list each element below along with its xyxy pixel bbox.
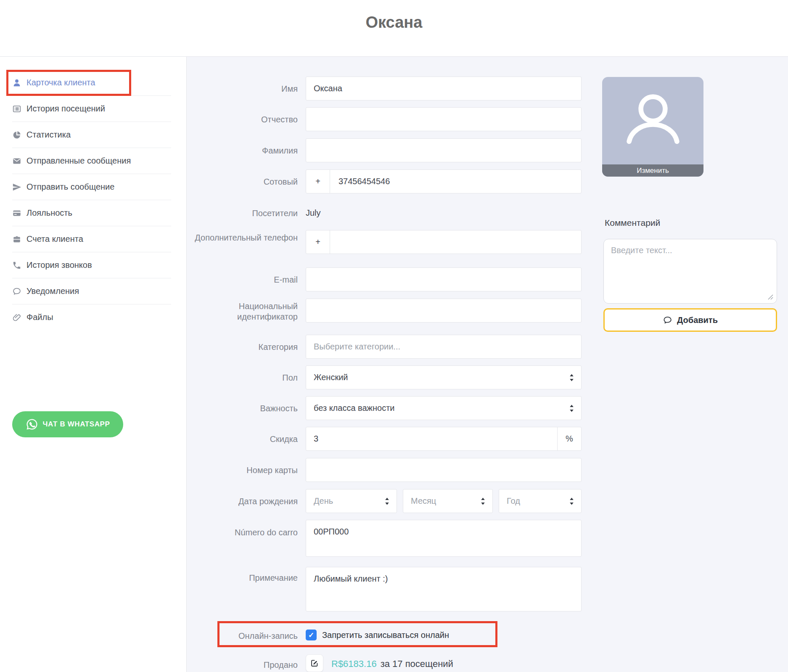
sold-amount-link[interactable]: R$6183.16 bbox=[331, 659, 377, 669]
user-icon bbox=[12, 78, 21, 87]
edit-sold-button[interactable] bbox=[306, 654, 323, 672]
online-booking-label: Онлайн-запись bbox=[186, 631, 298, 641]
select-arrows-icon bbox=[569, 403, 574, 413]
note-textarea[interactable]: Любимый клиент :) bbox=[306, 567, 582, 611]
person-silhouette-icon bbox=[618, 86, 688, 156]
mobile-label: Сотовый bbox=[186, 177, 298, 187]
page-header: Оксана bbox=[0, 0, 788, 57]
name-label: Имя bbox=[186, 84, 298, 94]
sidebar-item-label: История посещений bbox=[26, 104, 105, 114]
sidebar-nav: Карточка клиента История посещений Стати… bbox=[0, 70, 186, 330]
email-label: E-mail bbox=[186, 275, 298, 285]
chat-bubble-icon bbox=[12, 287, 21, 296]
birth-day-select[interactable]: День bbox=[306, 489, 397, 513]
client-card-page: Оксана Карточка клиента История посещени… bbox=[0, 0, 788, 672]
category-input[interactable] bbox=[306, 335, 582, 359]
pencil-square-icon bbox=[310, 659, 319, 668]
visitors-value: July bbox=[306, 208, 321, 218]
sidebar-item-files[interactable]: Файлы bbox=[12, 304, 171, 330]
sold-value: R$6183.16 за 17 посещений bbox=[331, 659, 453, 669]
briefcase-icon bbox=[12, 235, 21, 244]
select-arrows-icon bbox=[569, 373, 574, 383]
sidebar-item-label: Лояльность bbox=[26, 208, 72, 218]
visitors-label: Посетители bbox=[186, 208, 298, 219]
comment-label: Комментарий bbox=[605, 218, 660, 228]
list-icon bbox=[12, 104, 21, 114]
sold-label: Продано bbox=[186, 660, 298, 670]
sidebar-item-label: Карточка клиента bbox=[26, 78, 95, 87]
last-name-label: Фамилия bbox=[186, 146, 298, 156]
card-number-label: Номер карты bbox=[186, 465, 298, 476]
phone-icon bbox=[12, 261, 21, 270]
sidebar-item-client-accounts[interactable]: Счета клиента bbox=[12, 226, 171, 252]
sidebar-item-label: Уведомления bbox=[26, 286, 79, 296]
card-number-input[interactable] bbox=[306, 458, 582, 482]
envelope-icon bbox=[12, 156, 21, 166]
sold-visits-text: за 17 посещений bbox=[381, 659, 453, 669]
birth-year-value: Год bbox=[507, 496, 520, 506]
change-photo-button[interactable]: Изменить bbox=[602, 164, 703, 177]
sidebar-item-call-history[interactable]: История звонков bbox=[12, 252, 171, 278]
whatsapp-chat-label: ЧАТ В WHATSAPP bbox=[43, 420, 110, 429]
birth-month-select[interactable]: Месяц bbox=[403, 489, 493, 513]
whatsapp-chat-button[interactable]: ЧАТ В WHATSAPP bbox=[12, 411, 123, 437]
middle-name-input[interactable] bbox=[306, 107, 582, 131]
car-number-label: Número do carro bbox=[186, 527, 298, 538]
comment-textarea[interactable] bbox=[603, 239, 777, 304]
online-booking-checkbox-label: Запретить записываться онлайн bbox=[322, 630, 449, 640]
national-id-label: Национальный идентификатор bbox=[186, 301, 298, 322]
discount-control: % bbox=[306, 427, 582, 451]
sidebar-item-statistics[interactable]: Статистика bbox=[12, 122, 171, 148]
sidebar-item-visit-history[interactable]: История посещений bbox=[12, 96, 171, 122]
extra-phone-label: Дополнительный телефон bbox=[186, 233, 298, 243]
last-name-input[interactable] bbox=[306, 138, 582, 162]
add-comment-button[interactable]: Добавить bbox=[603, 308, 777, 332]
importance-select[interactable]: без класса важности bbox=[306, 396, 582, 420]
sidebar-item-send-message[interactable]: Отправить сообщение bbox=[12, 174, 171, 200]
sidebar-item-client-card[interactable]: Карточка клиента bbox=[12, 70, 171, 96]
phone-prefix: + bbox=[306, 170, 330, 193]
discount-input[interactable] bbox=[306, 427, 558, 451]
gender-select[interactable]: Женский bbox=[306, 365, 582, 389]
mobile-input[interactable] bbox=[330, 170, 581, 193]
extra-phone-input[interactable] bbox=[330, 230, 581, 254]
page-title: Оксана bbox=[0, 13, 788, 32]
national-id-input[interactable] bbox=[306, 299, 582, 323]
gender-label: Пол bbox=[186, 373, 298, 383]
birth-month-value: Месяц bbox=[411, 496, 436, 506]
credit-card-icon bbox=[12, 209, 21, 218]
birth-date-label: Дата рождения bbox=[186, 496, 298, 507]
online-booking-checkbox[interactable] bbox=[306, 630, 317, 640]
sidebar-item-label: Отправить сообщение bbox=[26, 182, 114, 192]
birth-year-select[interactable]: Год bbox=[499, 489, 582, 513]
sidebar-item-loyalty[interactable]: Лояльность bbox=[12, 200, 171, 226]
sidebar-item-label: Файлы bbox=[26, 312, 53, 322]
client-avatar[interactable]: Изменить bbox=[602, 77, 703, 177]
sidebar: Карточка клиента История посещений Стати… bbox=[0, 57, 186, 672]
add-comment-label: Добавить bbox=[677, 315, 718, 325]
email-input[interactable] bbox=[306, 267, 582, 291]
sidebar-item-notifications[interactable]: Уведомления bbox=[12, 278, 171, 304]
name-input[interactable] bbox=[306, 77, 582, 101]
paperclip-icon bbox=[12, 313, 21, 322]
gender-value: Женский bbox=[314, 373, 348, 382]
pie-chart-icon bbox=[12, 130, 21, 140]
car-number-input[interactable]: 00РП000 bbox=[306, 520, 582, 557]
select-arrows-icon bbox=[384, 496, 390, 506]
birth-day-value: День bbox=[314, 496, 333, 506]
middle-name-label: Отчество bbox=[186, 114, 298, 125]
sidebar-item-sent-messages[interactable]: Отправленные сообщения bbox=[12, 148, 171, 174]
sidebar-item-label: Статистика bbox=[26, 130, 71, 140]
category-label: Категория bbox=[186, 342, 298, 352]
extra-phone-control: + bbox=[306, 230, 582, 254]
importance-value: без класса важности bbox=[314, 403, 395, 413]
percent-suffix: % bbox=[557, 427, 582, 451]
importance-label: Важность bbox=[186, 403, 298, 414]
whatsapp-icon bbox=[26, 418, 38, 431]
phone-prefix: + bbox=[306, 230, 330, 254]
sidebar-item-label: Счета клиента bbox=[26, 234, 83, 244]
sidebar-item-label: История звонков bbox=[26, 260, 92, 270]
mobile-phone-control: + bbox=[306, 169, 582, 193]
select-arrows-icon bbox=[480, 496, 486, 506]
speech-bubble-icon bbox=[663, 315, 672, 325]
